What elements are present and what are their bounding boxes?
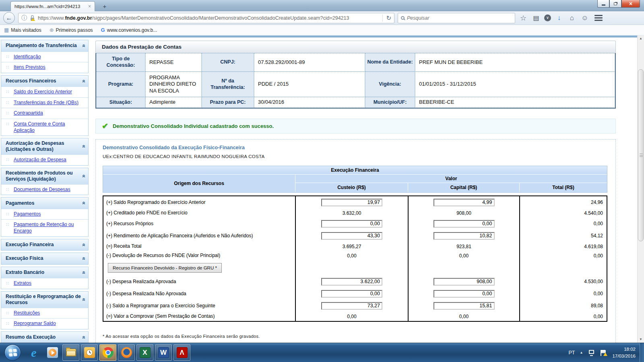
taskbar-excel[interactable] — [136, 344, 153, 361]
taskbar-outlook[interactable] — [81, 344, 98, 361]
home-icon[interactable] — [567, 14, 577, 22]
sidebar-item[interactable]: Reprogramar Saldo — [1, 318, 88, 329]
action-center-flag-icon[interactable] — [600, 350, 607, 356]
scroll-up-arrow[interactable]: ▲ — [638, 35, 644, 42]
taskbar-firefox[interactable] — [118, 344, 135, 361]
sidebar-section-header[interactable]: Pagamentos« — [1, 197, 88, 209]
tray-expand-icon[interactable]: ▲ — [580, 351, 583, 354]
sidebar-section-header[interactable]: Execução Física« — [1, 253, 88, 264]
fin-capital-input[interactable] — [433, 199, 495, 206]
sidebar-item[interactable]: Itens Previstos — [1, 62, 88, 73]
sidebar-item[interactable]: Restituições — [1, 308, 88, 319]
sidebar-link[interactable]: Reprogramar Saldo — [14, 321, 56, 326]
collapse-chevron-icon[interactable]: « — [80, 145, 87, 148]
fin-capital-input[interactable] — [433, 278, 495, 286]
fin-custeio-input[interactable] — [321, 199, 382, 206]
sidebar-section-header[interactable]: Execução Financeira« — [1, 239, 88, 251]
sidebar-link[interactable]: Extratos — [14, 280, 31, 286]
show-desktop-button[interactable] — [640, 343, 644, 362]
sidebar-link[interactable]: Restituições — [14, 310, 40, 316]
collapse-chevron-icon[interactable]: « — [80, 202, 87, 205]
sidebar-link[interactable]: Pagamentos — [14, 211, 41, 217]
bookmark-convenios[interactable]: www.convenios.gov.b... — [101, 27, 157, 33]
collapse-chevron-icon[interactable]: « — [80, 243, 87, 246]
sidebar-section-header[interactable]: Restituição e Reprogramação de Recursos« — [1, 292, 88, 308]
sidebar-item[interactable]: Documentos de Despesas — [1, 184, 88, 195]
network-icon[interactable] — [588, 350, 595, 356]
downloads-icon[interactable] — [554, 14, 564, 22]
sidebar-link[interactable]: Pagamento de Retenção ou Encargo — [14, 222, 74, 234]
search-input[interactable] — [407, 15, 512, 21]
scroll-down-arrow[interactable]: ▼ — [638, 336, 644, 343]
bookmarks-menu-icon[interactable] — [531, 14, 541, 22]
collapse-chevron-icon[interactable]: « — [80, 175, 87, 178]
taskbar-chrome[interactable] — [99, 344, 116, 361]
sidebar-item[interactable]: Pagamento de Retenção ou Encargo — [1, 219, 88, 236]
sidebar-section-header[interactable]: Extrato Bancário« — [1, 267, 88, 278]
sidebar-link[interactable]: Autorização de Despesa — [14, 157, 66, 162]
browser-tab[interactable]: https://www.fn...am?cid=294213 × — [10, 1, 95, 11]
hello-icon[interactable] — [580, 14, 590, 22]
fin-custeio-input[interactable] — [321, 290, 382, 298]
fin-custeio-input[interactable] — [321, 302, 382, 310]
search-box[interactable] — [398, 13, 515, 23]
language-indicator[interactable]: PT — [569, 350, 575, 356]
tab-close-icon[interactable]: × — [88, 4, 91, 9]
sidebar-item[interactable]: Autorização de Despesa — [1, 154, 88, 165]
collapse-chevron-icon[interactable]: « — [80, 271, 87, 274]
taskbar-internet-explorer[interactable] — [25, 344, 42, 361]
sidebar-link[interactable]: Conta Corrente e Conta Aplicação — [14, 121, 65, 133]
collapse-chevron-icon[interactable]: « — [80, 257, 87, 260]
sidebar-item[interactable]: Extratos — [1, 278, 88, 289]
fin-capital-input[interactable] — [433, 220, 495, 228]
fin-custeio-input[interactable] — [321, 220, 382, 228]
sidebar-link[interactable]: Identificação — [14, 54, 41, 60]
collapse-chevron-icon[interactable]: « — [80, 44, 87, 47]
start-button[interactable] — [4, 344, 21, 361]
restore-button[interactable] — [609, 0, 621, 8]
fin-custeio-input[interactable] — [321, 232, 382, 240]
pocket-icon[interactable] — [544, 14, 551, 21]
sidebar-item[interactable]: Transferências do Fnde (OBs) — [1, 97, 88, 108]
reload-icon[interactable] — [382, 14, 391, 22]
new-tab-button[interactable]: + — [99, 3, 110, 10]
url-bar[interactable]: https://www.fnde.gov.br/sigpc/pages/Mant… — [18, 13, 394, 23]
sidebar-link[interactable]: Documentos de Despesas — [14, 187, 70, 192]
fin-capital-input[interactable] — [433, 232, 495, 240]
sidebar-item[interactable]: Identificação — [1, 51, 88, 62]
taskbar-media-player[interactable] — [44, 344, 61, 361]
scrollbar-thumb[interactable] — [638, 69, 644, 241]
sidebar-link[interactable]: Transferências do Fnde (OBs) — [14, 100, 78, 105]
close-button[interactable] — [621, 0, 640, 8]
minimize-button[interactable] — [597, 0, 609, 8]
sidebar-section-header[interactable]: Recursos Financeiros« — [1, 76, 88, 87]
fin-capital-input[interactable] — [433, 290, 495, 298]
collapse-chevron-icon[interactable]: « — [80, 80, 87, 83]
bookmark-most-visited[interactable]: Mais visitados — [4, 27, 41, 33]
sidebar-section-header[interactable]: Autorização de Despesas (Licitações e Ou… — [1, 138, 88, 154]
sidebar-item[interactable]: Saldo do Exercício Anterior — [1, 86, 88, 97]
sidebar-item[interactable]: Contrapartida — [1, 108, 88, 119]
sidebar-section-header[interactable]: Planejamento de Transferência« — [1, 40, 88, 51]
sidebar-item[interactable]: Conta Corrente e Conta Aplicação — [1, 119, 88, 136]
taskbar-word[interactable] — [155, 344, 172, 361]
sidebar-section-header[interactable]: Resumo da Execução« — [1, 332, 88, 343]
bookmark-getting-started[interactable]: Primeiros passos — [50, 27, 93, 33]
sidebar-link[interactable]: Itens Previstos — [14, 64, 45, 70]
fin-custeio-input[interactable] — [321, 278, 382, 286]
page-info-icon[interactable] — [21, 14, 27, 22]
back-button[interactable] — [3, 12, 15, 24]
menu-icon[interactable] — [594, 15, 603, 21]
sidebar-link[interactable]: Saldo do Exercício Anterior — [14, 89, 72, 95]
bookmark-star-icon[interactable] — [518, 14, 528, 23]
url-text[interactable]: https://www.fnde.gov.br/sigpc/pages/Mant… — [38, 15, 380, 21]
collapse-chevron-icon[interactable]: « — [80, 298, 87, 301]
taskbar-acrobat[interactable] — [173, 344, 190, 361]
sidebar-section-header[interactable]: Recebimento de Produtos ou Serviços (Liq… — [1, 168, 88, 184]
clock[interactable]: 18:02 17/03/2016 — [612, 346, 637, 359]
page-scrollbar[interactable]: ▲ ▼ — [637, 35, 644, 343]
collapse-chevron-icon[interactable]: « — [80, 336, 87, 339]
sidebar-item[interactable]: Pagamentos — [1, 209, 88, 220]
lock-warning-icon[interactable] — [30, 15, 35, 21]
sidebar-link[interactable]: Contrapartida — [14, 110, 43, 116]
